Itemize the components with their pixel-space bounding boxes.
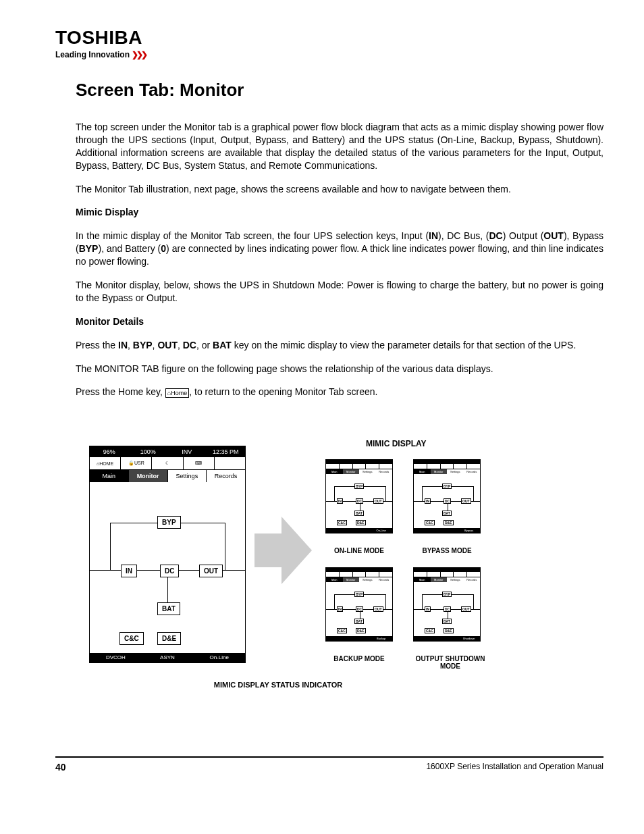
para-5: Press the IN, BYP, OUT, DC, or BAT key o… (76, 339, 603, 352)
arrow-right-icon (254, 513, 312, 588)
home-icon[interactable]: ⌂HOME (90, 457, 121, 469)
brand-tagline: Leading Innovation ❯❯❯ (55, 50, 603, 59)
mimic-status-top: 96% 100% INV 12:35 PM (90, 446, 245, 457)
mimic-status-bottom: DVCOH ASYN On-Line (90, 653, 245, 662)
moon-icon[interactable]: ☾ (152, 457, 183, 469)
mimic-display-title: MIMIC DISPLAY (366, 439, 427, 448)
label-shutdown: OUTPUT SHUTDOWN MODE (413, 655, 487, 670)
in-button[interactable]: IN (121, 565, 137, 577)
label-bypass: BYPASS MODE (413, 547, 481, 554)
out-button[interactable]: OUT (199, 565, 223, 577)
para-7: Press the Home key, ⌂Home, to return to … (76, 386, 603, 398)
para-2: The Monitor Tab illustration, next page,… (76, 183, 603, 196)
label-online: ON-LINE MODE (325, 547, 393, 554)
cc-button[interactable]: C&C (119, 632, 144, 645)
main-mimic: 96% 100% INV 12:35 PM ⌂HOME 🔒USR ☾ ⌨ Mai… (89, 446, 246, 663)
de-button[interactable]: D&E (157, 632, 181, 645)
para-3: In the mimic display of the Monitor Tab … (76, 230, 603, 268)
bat-button[interactable]: BAT (157, 602, 180, 615)
tab-records[interactable]: Records (207, 470, 245, 482)
mimic-canvas: BYP IN DC OUT BAT C&C D&E (90, 482, 245, 652)
brand-header: TOSHIBA Leading Innovation ❯❯❯ (55, 27, 603, 59)
para-6: The MONITOR TAB figure on the following … (76, 363, 603, 375)
page-footer: 40 1600XP Series Installation and Operat… (55, 756, 603, 773)
svg-marker-0 (254, 517, 312, 584)
brand-name: TOSHIBA (55, 27, 603, 49)
tab-main[interactable]: Main (90, 470, 129, 482)
doc-title: 1600XP Series Installation and Operation… (426, 762, 603, 773)
indicator-label: MIMIC DISPLAY STATUS INDICATOR (211, 681, 346, 689)
para-1: The top screen under the Monitor tab is … (76, 121, 603, 172)
monitor-details-head: Monitor Details (76, 315, 603, 328)
home-key-icon: ⌂Home (165, 388, 189, 398)
tab-monitor[interactable]: Monitor (129, 470, 168, 482)
body-text: The top screen under the Monitor tab is … (76, 121, 603, 398)
mimic-tabs: Main Monitor Settings Records (90, 470, 245, 482)
tab-settings[interactable]: Settings (168, 470, 207, 482)
mini-mimic-bypass: MainMonitorSettingsRecords BYP IN DC OUT… (413, 459, 481, 533)
byp-button[interactable]: BYP (157, 516, 181, 529)
label-backup: BACKUP MODE (325, 655, 393, 662)
para-4: The Monitor display, below, shows the UP… (76, 279, 603, 305)
page-number: 40 (55, 762, 66, 773)
mini-mimic-backup: MainMonitorSettingsRecords BYP IN DC OUT… (325, 567, 393, 642)
lock-icon[interactable]: 🔒USR (121, 457, 152, 469)
mini-mimic-shutdown: MainMonitorSettingsRecords BYP IN DC OUT… (413, 567, 481, 642)
mini-mimic-online: MainMonitorSettingsRecords BYP IN DC OUT… (325, 459, 393, 533)
keypad-icon[interactable]: ⌨ (184, 457, 215, 469)
mimic-icon-row: ⌂HOME 🔒USR ☾ ⌨ (90, 457, 245, 470)
page-title: Screen Tab: Monitor (76, 80, 603, 101)
mimic-display-head: Mimic Display (76, 206, 603, 219)
dc-button[interactable]: DC (160, 565, 179, 577)
